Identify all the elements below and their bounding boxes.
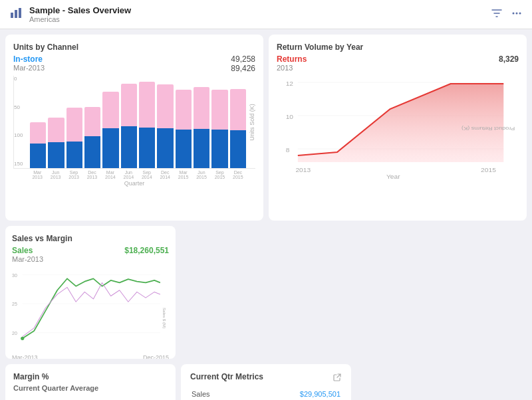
x-axis-label: Sep 2014 <box>139 170 155 179</box>
bar-top <box>48 118 64 142</box>
x-axis-label: Sep 2015 <box>211 170 227 179</box>
bar-top <box>176 90 192 130</box>
metrics-label: Sales <box>190 388 273 400</box>
units-value1: 49,258 <box>231 54 255 64</box>
units-legend-values: 49,258 89,426 <box>231 54 255 73</box>
x-axis-label: Mar 2014 <box>102 170 118 179</box>
svg-text:25: 25 <box>12 302 17 306</box>
page-subtitle: Americas <box>29 15 131 23</box>
units-legend-sub: Mar-2013 <box>13 64 45 72</box>
link-icon[interactable] <box>332 373 342 384</box>
bar-top <box>66 108 82 142</box>
metrics-card: Current Qtr Metrics Sales$29,905,501Sale… <box>181 364 351 400</box>
x-axis-label: Jun 2014 <box>120 170 136 179</box>
bar-group <box>194 87 209 168</box>
x-axis-label: Dec 2015 <box>230 170 246 179</box>
svg-text:2015: 2015 <box>481 167 496 173</box>
bar-group <box>48 118 64 168</box>
header-left: Sample - Sales Overview Americas <box>9 5 131 23</box>
x-axis-label: Sep 2013 <box>66 170 82 179</box>
svg-point-5 <box>519 12 521 14</box>
return-label: Returns <box>277 54 307 64</box>
svg-text:8: 8 <box>286 147 290 153</box>
return-legend: Returns 2013 8,329 <box>277 54 519 76</box>
svg-point-4 <box>516 12 518 14</box>
return-area-chart: 12 10 8 <box>277 76 519 179</box>
sales-value: $18,260,551 <box>124 246 169 264</box>
bottom-row: Margin % Current Quarter Average 8.8% % … <box>5 226 527 400</box>
bar-bottom <box>30 144 46 168</box>
bar-top <box>157 84 173 128</box>
sales-line-chart: 30 25 20 Sales $ (M) <box>12 264 169 351</box>
page-title: Sample - Sales Overview <box>29 5 131 15</box>
x-axis-title: Quarter <box>13 180 255 187</box>
x-axis-label: Jun 2013 <box>47 170 63 179</box>
margin-card: Margin % Current Quarter Average 8.8% % <box>5 364 176 400</box>
x-axis-label: Mar 2015 <box>175 170 191 179</box>
sales-label: Sales <box>12 246 43 255</box>
filter-icon[interactable] <box>491 7 503 22</box>
return-chart-title: Return Volume by Year <box>277 43 519 52</box>
bar-chart: 150 100 50 0 Units Sold (K) <box>13 76 255 169</box>
units-chart-title: Units by Channel <box>13 43 255 52</box>
svg-text:12: 12 <box>286 80 293 87</box>
svg-text:2013: 2013 <box>295 167 311 173</box>
svg-text:Sales $ (M): Sales $ (M) <box>162 308 167 328</box>
bar-group <box>30 122 46 168</box>
bar-bottom <box>211 130 227 168</box>
bar-top <box>84 107 100 136</box>
header-titles: Sample - Sales Overview Americas <box>29 5 131 23</box>
svg-text:30: 30 <box>12 273 17 278</box>
bar-group <box>121 84 137 168</box>
bar-group <box>84 107 100 168</box>
x-labels: Mar 2013Jun 2013Sep 2013Dec 2013Mar 2014… <box>13 170 255 179</box>
margin-title: Margin % <box>13 372 168 381</box>
metrics-header: Current Qtr Metrics <box>190 372 342 384</box>
svg-text:10: 10 <box>286 114 293 120</box>
metrics-value: $29,905,501 <box>273 388 342 400</box>
chart-x-labels: Mar-2013 Dec-2015 <box>12 354 169 359</box>
sales-legend: Sales Mar-2013 $18,260,551 <box>12 246 169 264</box>
bar-bottom <box>48 142 64 168</box>
return-volume-card: Return Volume by Year Returns 2013 8,329… <box>269 35 527 221</box>
sales-margin-title: Sales vs Margin <box>12 234 169 243</box>
chart-icon <box>9 6 23 23</box>
bar-bottom <box>84 136 100 168</box>
bar-bottom <box>102 128 118 168</box>
units-legend-left: In-store Mar-2013 <box>13 54 45 72</box>
more-options-icon[interactable] <box>511 7 523 22</box>
metrics-row: Sales$29,905,501 <box>190 388 342 400</box>
bar-group <box>102 92 118 168</box>
bar-bottom <box>157 128 173 168</box>
units-legend-label: In-store <box>13 54 45 64</box>
svg-text:Product Returns (K): Product Returns (K) <box>462 126 515 132</box>
y-axis-labels: 150 100 50 0 <box>14 76 23 168</box>
bar-group <box>66 108 82 168</box>
svg-point-22 <box>21 337 24 340</box>
svg-rect-2 <box>19 8 21 18</box>
sales-line-svg: 30 25 20 Sales $ (M) <box>12 264 169 351</box>
sales-legend-left: Sales Mar-2013 <box>12 246 43 264</box>
x-label-start: Mar-2013 <box>12 354 38 359</box>
return-area-svg: 12 10 8 <box>277 76 519 179</box>
x-axis-label: Mar 2013 <box>29 170 45 179</box>
bar-bottom <box>121 126 137 168</box>
bar-top <box>30 122 46 144</box>
bar-top <box>194 87 209 129</box>
svg-text:Year: Year <box>386 173 400 179</box>
return-legend-left: Returns 2013 <box>277 54 307 76</box>
bar-top <box>211 90 227 130</box>
svg-point-3 <box>513 12 515 14</box>
bar-group <box>176 90 192 168</box>
bar-top <box>139 82 155 128</box>
margin-subtitle: Current Quarter Average <box>13 384 168 392</box>
bar-top <box>102 92 118 128</box>
units-value2: 89,426 <box>231 64 255 73</box>
bar-bottom <box>230 130 246 168</box>
svg-rect-1 <box>15 10 17 18</box>
bar-bottom <box>194 129 209 168</box>
x-axis-label: Jun 2015 <box>194 170 209 179</box>
sales-year: Mar-2013 <box>12 255 43 263</box>
app-container: Sample - Sales Overview Americas Uni <box>0 0 532 400</box>
return-value: 8,329 <box>499 54 519 76</box>
